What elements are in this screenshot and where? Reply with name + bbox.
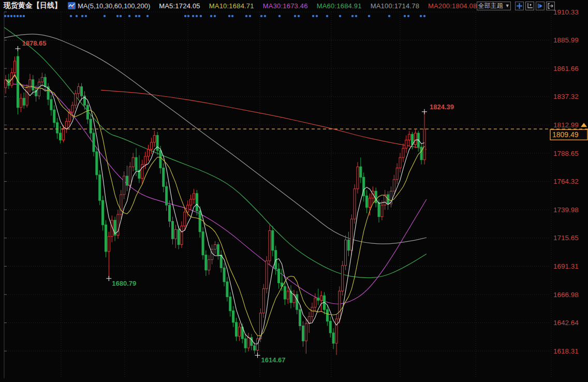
event-dot[interactable] [70, 15, 72, 17]
event-dot[interactable] [355, 15, 357, 17]
candle[interactable] [190, 195, 192, 210]
candle[interactable] [5, 75, 7, 94]
event-dot[interactable] [23, 15, 25, 17]
event-dot[interactable] [339, 15, 341, 17]
event-dot[interactable] [326, 15, 328, 17]
event-dot[interactable] [351, 15, 354, 17]
candle[interactable] [14, 56, 16, 77]
candle[interactable] [159, 146, 161, 174]
event-dot[interactable] [4, 15, 6, 17]
candle[interactable] [60, 126, 62, 144]
candle[interactable] [405, 136, 407, 153]
candle[interactable] [402, 143, 404, 162]
candle[interactable] [126, 166, 128, 191]
candle[interactable] [232, 306, 234, 327]
candle[interactable] [81, 83, 83, 101]
event-dot[interactable] [138, 15, 140, 17]
candle[interactable] [138, 155, 140, 183]
candle[interactable] [120, 190, 122, 219]
event-dot[interactable] [116, 15, 119, 17]
candle[interactable] [236, 318, 238, 341]
theme-dropdown[interactable]: 全部主题 ▼ [477, 2, 511, 10]
event-dot[interactable] [210, 15, 212, 17]
candle[interactable] [153, 131, 155, 147]
play-marker-icon[interactable] [536, 2, 545, 10]
event-dot[interactable] [13, 15, 16, 17]
event-dot[interactable] [368, 15, 370, 17]
candle[interactable] [90, 114, 92, 139]
candle[interactable] [414, 129, 416, 148]
candle[interactable] [38, 79, 40, 99]
candle[interactable] [302, 321, 304, 347]
crosshair-icon[interactable] [515, 2, 524, 10]
candle[interactable] [293, 290, 295, 307]
candle[interactable] [229, 292, 231, 316]
candle[interactable] [56, 118, 58, 139]
candle[interactable] [251, 334, 253, 350]
candle[interactable] [217, 242, 219, 260]
candle[interactable] [320, 291, 322, 312]
candle[interactable] [314, 293, 316, 312]
candle[interactable] [26, 84, 28, 108]
candle[interactable] [290, 285, 292, 308]
candle[interactable] [317, 289, 319, 305]
candle[interactable] [366, 190, 368, 213]
event-dot[interactable] [20, 15, 22, 17]
candle[interactable] [396, 163, 398, 184]
candle[interactable] [78, 83, 80, 98]
candle[interactable] [335, 314, 337, 355]
candle[interactable] [53, 105, 55, 127]
candle[interactable] [114, 217, 116, 241]
candle[interactable] [272, 226, 274, 256]
candle[interactable] [99, 170, 101, 205]
candle[interactable] [399, 153, 401, 172]
axis-scale-icon[interactable] [525, 2, 534, 10]
event-dot[interactable] [278, 15, 281, 17]
candle[interactable] [102, 196, 104, 230]
candle[interactable] [257, 335, 259, 355]
candle[interactable] [220, 251, 222, 273]
candle[interactable] [311, 303, 313, 321]
candle[interactable] [247, 333, 249, 351]
candle[interactable] [211, 244, 213, 264]
event-dot[interactable] [135, 15, 137, 17]
candle[interactable] [178, 226, 180, 249]
candle[interactable] [287, 286, 289, 304]
candle[interactable] [347, 232, 349, 256]
candle[interactable] [174, 225, 177, 248]
candle[interactable] [83, 91, 85, 110]
event-dot[interactable] [231, 15, 233, 17]
event-dot[interactable] [146, 15, 149, 17]
exit-right-icon[interactable] [546, 2, 555, 10]
candle[interactable] [32, 75, 34, 95]
candle[interactable] [141, 160, 143, 184]
event-dot[interactable] [187, 15, 189, 17]
event-dot[interactable] [10, 15, 12, 17]
event-dot[interactable] [407, 15, 409, 17]
candle[interactable] [420, 143, 422, 164]
candle[interactable] [144, 152, 146, 169]
candle[interactable] [156, 132, 158, 155]
candle[interactable] [332, 328, 334, 349]
candle[interactable] [148, 145, 150, 161]
event-dot[interactable] [192, 15, 194, 17]
event-dot[interactable] [298, 15, 300, 17]
event-dot[interactable] [120, 15, 122, 17]
event-dot[interactable] [228, 15, 230, 17]
candle[interactable] [384, 190, 386, 210]
candle[interactable] [266, 256, 268, 293]
candle[interactable] [86, 100, 89, 124]
candle[interactable] [196, 190, 198, 215]
event-dot[interactable] [81, 15, 83, 17]
event-dot[interactable] [388, 15, 390, 17]
event-dot[interactable] [312, 15, 314, 17]
candle[interactable] [93, 128, 95, 156]
candle[interactable] [169, 200, 171, 227]
candle[interactable] [387, 191, 389, 210]
candle[interactable] [329, 317, 331, 337]
candle[interactable] [50, 95, 52, 115]
candle[interactable] [238, 322, 240, 341]
candle[interactable] [326, 305, 328, 326]
candle[interactable] [244, 334, 246, 352]
candle[interactable] [296, 291, 298, 314]
